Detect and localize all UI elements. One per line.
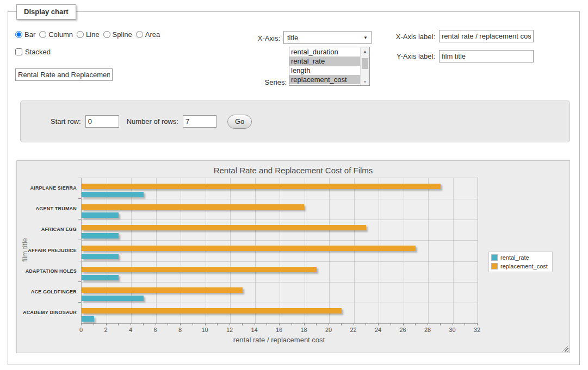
y-tick-mark [78, 219, 81, 220]
num-rows-input[interactable] [183, 115, 216, 128]
chart-type-option-column[interactable]: Column [39, 30, 73, 39]
resize-handle-icon[interactable] [562, 346, 568, 352]
chart-type-radio-line[interactable] [77, 31, 84, 38]
chart-type-option-area[interactable]: Area [136, 30, 160, 39]
gridline-h [82, 303, 478, 303]
x-tick-mark [242, 323, 243, 325]
category-label-7: ACADEMY DINOSAUR [17, 310, 77, 315]
x-tick-label: 32 [474, 327, 480, 333]
bar-rental_rate-6 [82, 296, 144, 301]
legend-label: rental_rate [500, 254, 529, 261]
chart-type-option-spline[interactable]: Spline [103, 30, 132, 39]
x-tick-mark [193, 323, 193, 325]
x-axis-label-input[interactable] [439, 30, 534, 42]
x-tick-mark [118, 323, 119, 325]
x-tick-mark [354, 323, 354, 325]
x-tick-mark [477, 323, 478, 325]
x-tick-mark [329, 323, 329, 325]
series-scrollbar[interactable]: ▲ ▼ [360, 47, 369, 85]
go-button[interactable]: Go [227, 115, 252, 129]
start-row-label: Start row: [51, 117, 81, 126]
x-tick-label: 18 [300, 327, 307, 333]
chart-type-label: Bar [24, 30, 35, 39]
chart-type-option-line[interactable]: Line [77, 30, 100, 39]
x-tick-mark [255, 323, 255, 325]
series-option-length[interactable]: length [289, 66, 361, 75]
gridline-h [82, 240, 478, 241]
series-select-label: Series: [237, 78, 287, 86]
x-tick-mark [292, 323, 292, 325]
x-axis-select-label: X-Axis: [237, 34, 280, 42]
x-tick-mark [428, 323, 428, 325]
scrollbar-thumb[interactable] [362, 58, 368, 69]
x-tick-mark [106, 323, 107, 325]
x-tick-mark [465, 323, 465, 325]
gridline-h [82, 220, 478, 220]
x-tick-mark [156, 323, 156, 325]
category-label-2: AGENT TRUMAN [17, 206, 77, 211]
x-tick-label: 4 [129, 327, 132, 333]
x-tick-mark [205, 323, 206, 325]
chart-type-radiogroup: BarColumnLineSplineArea [15, 30, 164, 39]
series-option-rental_duration[interactable]: rental_duration [289, 47, 361, 57]
y-tick-mark [78, 240, 81, 240]
start-row-input[interactable] [85, 115, 119, 128]
category-label-3: AFRICAN EGG [17, 227, 77, 232]
x-tick-mark [440, 323, 441, 325]
chart-type-radio-column[interactable] [39, 31, 46, 38]
chart-type-label: Line [86, 30, 100, 39]
y-tick-mark [78, 198, 81, 199]
bar-replacement_cost-1 [82, 184, 441, 189]
x-tick-mark [453, 323, 453, 325]
chart-type-radio-bar[interactable] [15, 31, 22, 38]
gridline-h [82, 261, 478, 262]
chart-type-radio-spline[interactable] [103, 31, 110, 38]
legend-swatch-replacement_cost [491, 263, 498, 269]
x-tick-label: 16 [276, 327, 282, 333]
series-listbox[interactable]: rental_durationrental_ratelengthreplacem… [289, 47, 370, 86]
category-label-4: AFFAIR PREJUDICE [17, 248, 77, 253]
gridline-v [453, 178, 454, 323]
y-axis-label-label: Y-Axis label: [380, 52, 435, 60]
x-tick-label: 30 [449, 327, 455, 333]
y-axis-label-input[interactable] [439, 50, 534, 62]
stacked-checkbox[interactable] [15, 48, 22, 55]
x-tick-mark [267, 323, 267, 325]
scroll-up-icon[interactable]: ▲ [361, 47, 369, 55]
series-option-replacement_cost[interactable]: replacement_cost [289, 75, 361, 84]
x-tick-label: 0 [79, 327, 83, 333]
x-tick-mark [316, 323, 317, 325]
scroll-down-icon[interactable]: ▼ [361, 78, 369, 85]
bar-rental_rate-7 [82, 316, 94, 322]
legend-item-rental_rate: rental_rate [491, 254, 548, 261]
series-option-rental_rate[interactable]: rental_rate [289, 57, 361, 66]
x-tick-mark [279, 323, 280, 325]
x-tick-label: 10 [201, 327, 208, 333]
chart-legend: rental_ratereplacement_cost [488, 252, 553, 272]
bar-replacement_cost-4 [82, 246, 416, 251]
x-tick-mark [378, 323, 379, 325]
category-label-1: AIRPLANE SIERRA [17, 185, 77, 191]
x-axis-select[interactable]: title ▼ [283, 31, 372, 44]
y-tick-mark [78, 323, 81, 323]
x-tick-label: 26 [399, 327, 406, 333]
chart-type-radio-area[interactable] [136, 31, 143, 38]
y-tick-mark [78, 302, 81, 303]
bar-rental_rate-5 [82, 275, 119, 280]
gridline-h [82, 199, 478, 199]
category-label-5: ADAPTATION HOLES [17, 268, 77, 274]
y-tick-mark [78, 261, 81, 261]
x-tick-mark [94, 323, 94, 325]
gridline-h [82, 282, 478, 283]
legend-item-replacement_cost: replacement_cost [491, 263, 548, 269]
legend-swatch-rental_rate [491, 254, 498, 261]
stacked-checkbox-row[interactable]: Stacked [15, 48, 51, 56]
bar-replacement_cost-3 [82, 225, 366, 230]
x-tick-label: 24 [375, 327, 381, 333]
x-tick-mark [131, 323, 131, 325]
x-tick-mark [403, 323, 404, 325]
chart-type-option-bar[interactable]: Bar [15, 30, 35, 39]
chart-type-label: Area [145, 30, 160, 39]
chart-title-input[interactable] [15, 68, 113, 81]
gridline-v [428, 178, 429, 323]
